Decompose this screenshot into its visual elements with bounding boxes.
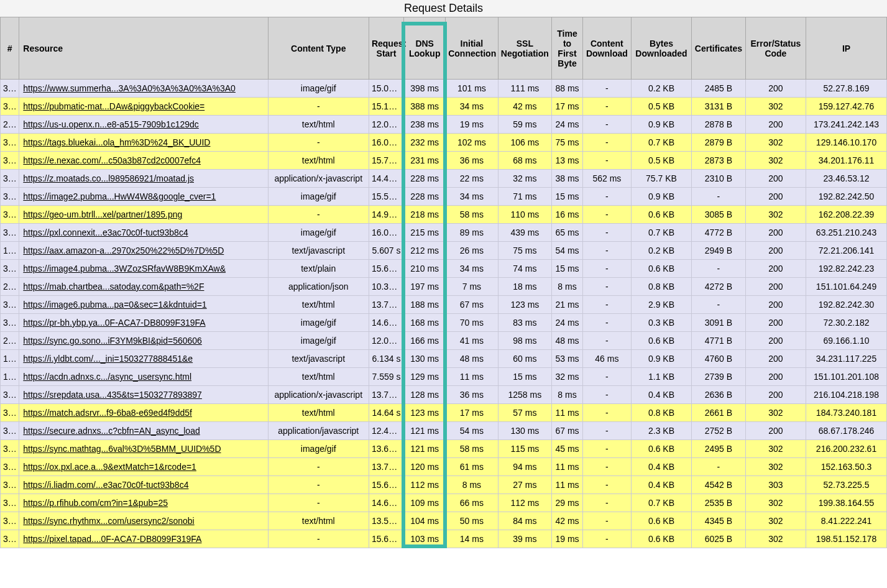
cell-index: 393: [1, 224, 19, 242]
cell-content-download: -: [582, 242, 631, 260]
cell-ssl-negotiation: 84 ms: [498, 512, 552, 530]
cell-certificates: 2310 B: [692, 170, 746, 188]
cell-content-type: text/html: [268, 116, 369, 134]
resource-link[interactable]: https://image4.pubma...3WZozSRfavW8B9KmX…: [23, 264, 226, 273]
cell-dns-lookup: 121 ms: [404, 422, 446, 440]
cell-bytes-downloaded: 0.3 KB: [631, 314, 691, 332]
cell-initial-conn: 89 ms: [446, 224, 498, 242]
cell-dns-lookup: 168 ms: [404, 314, 446, 332]
resource-link[interactable]: https://i.liadm.com/...e3ac70c0f-tuct93b…: [23, 480, 188, 490]
table-row: 300https://secure.adnxs...c?cbfn=AN_asyn…: [1, 422, 887, 440]
resource-link[interactable]: https://p.rfihub.com/cm?in=1&pub=25: [23, 498, 168, 508]
cell-certificates: 2485 B: [692, 80, 746, 98]
resource-link[interactable]: https://secure.adnxs...c?cbfn=AN_async_l…: [23, 426, 200, 436]
cell-dns-lookup: 212 ms: [404, 242, 446, 260]
cell-ssl-negotiation: 111 ms: [498, 80, 552, 98]
table-row: 358https://pubmatic-mat...DAw&piggybackC…: [1, 98, 887, 116]
resource-link[interactable]: https://sync.go.sono...iF3YM9kBI&pid=560…: [23, 336, 202, 346]
table-row: 333https://match.adsrvr...f9-6ba8-e69ed4…: [1, 404, 887, 422]
cell-resource: https://secure.adnxs...c?cbfn=AN_async_l…: [19, 422, 268, 440]
cell-certificates: 2878 B: [692, 116, 746, 134]
resource-link[interactable]: https://z.moatads.co...l989586921/moatad…: [23, 173, 194, 183]
cell-ttfb: 24 ms: [552, 116, 583, 134]
cell-ip: 34.231.117.225: [806, 350, 887, 368]
cell-error-status: 200: [745, 314, 806, 332]
resource-link[interactable]: https://pubmatic-mat...DAw&piggybackCook…: [23, 101, 205, 111]
cell-ip: 192.82.242.30: [806, 296, 887, 314]
resource-link[interactable]: https://pr-bh.ybp.ya...0F-ACA7-DB8099F31…: [23, 318, 205, 328]
cell-error-status: 303: [745, 476, 806, 494]
col-header-content-type[interactable]: Content Type: [268, 17, 369, 80]
resource-link[interactable]: https://www.summerha...3A%3A0%3A%3A0%3A%…: [23, 83, 236, 93]
cell-content-download: -: [582, 260, 631, 278]
cell-request-start: 13.687 s: [369, 440, 403, 458]
resource-link[interactable]: https://us-u.openx.n...e8-a515-7909b1c12…: [23, 119, 199, 129]
col-header-request-start[interactable]: Request Start: [369, 17, 403, 80]
cell-dns-lookup: 129 ms: [404, 368, 446, 386]
cell-content-type: text/plain: [268, 260, 369, 278]
table-row: 267https://mab.chartbea...satoday.com&pa…: [1, 278, 887, 296]
col-header-ttfb[interactable]: Time to First Byte: [552, 17, 583, 80]
cell-ip: 72.30.2.182: [806, 314, 887, 332]
cell-dns-lookup: 109 ms: [404, 494, 446, 512]
col-header-content-download[interactable]: Content Download: [582, 17, 631, 80]
cell-content-download: 562 ms: [582, 170, 631, 188]
resource-link[interactable]: https://match.adsrvr...f9-6ba8-e69ed4f9d…: [23, 408, 192, 418]
resource-link[interactable]: https://e.nexac.com/...c50a3b87cd2c0007e…: [23, 155, 201, 165]
col-header-dns-lookup[interactable]: DNS Lookup: [404, 17, 446, 80]
cell-request-start: 12.424 s: [369, 422, 403, 440]
resource-link[interactable]: https://srepdata.usa...435&ts=1503277893…: [23, 390, 202, 400]
resource-link[interactable]: https://pixel.tapad....0F-ACA7-DB8099F31…: [23, 534, 201, 544]
cell-certificates: -: [692, 458, 746, 476]
resource-link[interactable]: https://pxl.connexit...e3ac70c0f-tuct93b…: [23, 227, 188, 237]
col-header-resource[interactable]: Resource: [19, 17, 268, 80]
cell-ip: 159.127.42.76: [806, 98, 887, 116]
col-header-certificates[interactable]: Certificates: [692, 17, 746, 80]
cell-certificates: 2661 B: [692, 404, 746, 422]
cell-resource: https://mab.chartbea...satoday.com&path=…: [19, 278, 268, 296]
table-row: 322https://image6.pubma...pa=0&sec=1&kdn…: [1, 296, 887, 314]
cell-initial-conn: 66 ms: [446, 494, 498, 512]
cell-request-start: 14.987 s: [369, 206, 403, 224]
cell-resource: https://i.yldbt.com/..._ini=150327788845…: [19, 350, 268, 368]
cell-bytes-downloaded: 0.2 KB: [631, 242, 691, 260]
cell-ssl-negotiation: 15 ms: [498, 368, 552, 386]
cell-bytes-downloaded: 0.2 KB: [631, 80, 691, 98]
resource-link[interactable]: https://i.yldbt.com/..._ini=150327788845…: [23, 354, 193, 364]
table-row: 325https://ox.pxl.ace.a...9&extMatch=1&r…: [1, 458, 887, 476]
cell-ttfb: 15 ms: [552, 188, 583, 206]
cell-certificates: -: [692, 188, 746, 206]
cell-resource: https://image4.pubma...3WZozSRfavW8B9KmX…: [19, 260, 268, 278]
cell-content-type: -: [268, 134, 369, 152]
cell-error-status: 302: [745, 152, 806, 170]
resource-link[interactable]: https://ox.pxl.ace.a...9&extMatch=1&rcod…: [23, 462, 196, 472]
resource-link[interactable]: https://mab.chartbea...satoday.com&path=…: [23, 282, 204, 292]
col-header-index[interactable]: #: [1, 17, 19, 80]
resource-link[interactable]: https://sync.mathtag...6val%3D%5BMM_UUID…: [23, 444, 221, 454]
cell-ttfb: 48 ms: [552, 332, 583, 350]
resource-link[interactable]: https://sync.rhythmx...com/usersync2/son…: [23, 516, 194, 526]
cell-bytes-downloaded: 0.6 KB: [631, 440, 691, 458]
resource-link[interactable]: https://image2.pubma...HwW4W8&google_cve…: [23, 191, 216, 201]
cell-content-type: image/gif: [268, 440, 369, 458]
col-header-bytes-downloaded[interactable]: Bytes Downloaded: [631, 17, 691, 80]
col-header-ssl-negotiation[interactable]: SSL Negotiation: [498, 17, 552, 80]
cell-resource: https://p.rfihub.com/cm?in=1&pub=25: [19, 494, 268, 512]
col-header-error-status[interactable]: Error/Status Code: [745, 17, 806, 80]
cell-index: 105: [1, 242, 19, 260]
cell-dns-lookup: 128 ms: [404, 386, 446, 404]
resource-link[interactable]: https://geo-um.btrll...xel/partner/1895.…: [23, 209, 182, 219]
resource-link[interactable]: https://acdn.adnxs.c.../async_usersync.h…: [23, 372, 191, 382]
cell-content-download: -: [582, 458, 631, 476]
resource-link[interactable]: https://image6.pubma...pa=0&sec=1&kdntui…: [23, 300, 206, 310]
cell-bytes-downloaded: 0.5 KB: [631, 98, 691, 116]
cell-ip: 184.73.240.181: [806, 404, 887, 422]
cell-bytes-downloaded: 0.8 KB: [631, 278, 691, 296]
col-header-ip[interactable]: IP: [806, 17, 887, 80]
resource-link[interactable]: https://aax.amazon-a...2970x250%22%5D%7D…: [23, 246, 224, 255]
cell-ssl-negotiation: 59 ms: [498, 116, 552, 134]
col-header-initial-conn[interactable]: Initial Connection: [446, 17, 498, 80]
cell-index: 336: [1, 494, 19, 512]
resource-link[interactable]: https://tags.bluekai...ola_hm%3D%24_BK_U…: [23, 137, 210, 147]
cell-request-start: 15.013 s: [369, 80, 403, 98]
